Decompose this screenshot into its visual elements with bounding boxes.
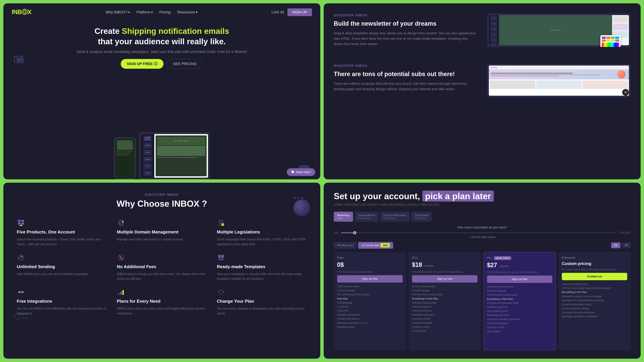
discover-label-2: DISCOVER INBOX: [334, 64, 477, 68]
feature-no-fees: $ No Additional Fees INBOX doesn't charg…: [117, 253, 207, 281]
plan-type-tabs: Marketing Inbox Transactional INBOXNotif…: [334, 212, 630, 222]
svg-rect-28: [218, 259, 224, 260]
green-monster-deco: 👾: [622, 89, 629, 96]
pro-feature-8: High sending speed: [487, 310, 552, 313]
hero-subtitle: Send & analyze email marketing campaigns…: [77, 50, 247, 54]
pro-feature-3: 24/7 live chat & email support: [487, 293, 552, 296]
feature-change-plan: Change Your Plan You can easily upgrade …: [217, 288, 307, 316]
tab-transactional[interactable]: Transactional INBOXNotify: [355, 212, 378, 222]
plan-cta-enterprise[interactable]: Contact us: [562, 273, 628, 280]
slider-fill: [341, 232, 355, 233]
phone-mockup: Your Coffee is Ready We believe a cup of…: [114, 137, 136, 179]
enterprise-feature-10: Marketing automation consultation: [562, 315, 628, 318]
nav-pricing[interactable]: Pricing: [159, 10, 170, 14]
sidebar-heading-icon: HEADING: [144, 157, 152, 162]
feature-title-legislation: Multiple Legislations: [217, 229, 307, 235]
feature-title-change: Change Your Plan: [217, 299, 307, 304]
plus-feature-9: Marketing automation: [412, 313, 478, 316]
editor-preview-image: COL BTN DIV H T IMG Email Canvas: [487, 13, 630, 47]
feature-five-products: Five Products, One Account Unlock five e…: [17, 219, 107, 247]
plan-cta-free[interactable]: Sign up free: [337, 275, 403, 283]
sidebar-columns-icon: COLUMNS: [144, 136, 152, 141]
plan-card-enterprise: Enterprise Custom pricing For large orga…: [558, 252, 631, 350]
language-toggle: EN TR: [611, 243, 630, 248]
svg-rect-26: [218, 255, 221, 258]
panel-why-choose: ✦ ✦ ✦ DISCOVER INBOX Why Choose INBOX ? …: [3, 183, 320, 359]
tab-verification[interactable]: E-mail Verification INBOXVerify: [380, 212, 410, 222]
enterprise-feature-7: Custom landing page design: [562, 303, 628, 306]
slider-thumb[interactable]: [353, 231, 356, 234]
signup-button[interactable]: SIGN UP: [288, 8, 312, 16]
pro-feature-1: Unlimited monthly emails: [487, 285, 552, 288]
feature-title-fees: No Additional Fees: [117, 264, 207, 269]
slider-max: 1,000,000: [619, 231, 630, 234]
plus-feature-10: Automatic resend: [412, 317, 478, 320]
plus-feature-2: 5 brand manager: [412, 289, 478, 292]
nav-platform[interactable]: Platform: [136, 10, 152, 14]
svg-rect-34: [122, 290, 124, 295]
feature-desc-domain: Manage more than one brand in a single a…: [117, 237, 207, 242]
plus-features: 30,000 monthly emails 5 brand manager 24…: [412, 285, 478, 333]
plan-cta-plus[interactable]: Sign up free: [412, 275, 478, 283]
feature-desc-fees: INBOX doesn't charge you with extra cost…: [117, 272, 207, 281]
lang-tr-button[interactable]: TR: [622, 243, 630, 248]
signup-free-button[interactable]: SIGN UP FREE ⓘ: [121, 59, 164, 69]
monthly-plan-button[interactable]: Monthly plan: [334, 242, 356, 249]
plan-card-pro: Pro MOST USED $27 / month 323,8 billed y…: [484, 252, 556, 350]
discover-label-1: DISCOVER INBOX: [334, 13, 477, 17]
yearly-plan-button[interactable]: 12 month plan -30%: [358, 242, 393, 249]
enterprise-feature-9: Campaign execution assistance: [562, 311, 628, 314]
change-plan-icon: [217, 288, 225, 296]
domain-icon: [117, 219, 125, 227]
why-title: Why Choose INBOX ?: [17, 199, 307, 209]
feature-templates: Ready-made Templates Start your campaign…: [217, 253, 307, 281]
discover-subs-title: There are tons of potential subs out the…: [334, 70, 477, 78]
website-preview-image: your logo: [487, 64, 630, 97]
plus-feature-7: Unlimited segment: [412, 305, 478, 308]
pro-feature-10: Advanced marketing automation: [487, 318, 552, 321]
pro-feature-2: 10 brand manager: [487, 289, 552, 292]
feature-domain: Multiple Domain Management Manage more t…: [117, 219, 207, 247]
nav-why[interactable]: Why INBOX?: [106, 10, 130, 14]
feature-desc-change: You can easily upgrade or downgrade your…: [217, 306, 307, 316]
discover-newsletter-text: DISCOVER INBOX Build the newsletter of y…: [334, 13, 477, 46]
color-picker: [600, 35, 620, 47]
feature-title-five: Five Products, One Account: [17, 229, 107, 235]
login-button[interactable]: LOG IN: [272, 10, 284, 14]
hero-section: Create Shipping notification emails that…: [3, 21, 320, 179]
free-feature-7: 1 segment: [337, 305, 403, 308]
plan-cta-pro[interactable]: Sign up free: [487, 276, 552, 283]
plan-price-free: 0$: [337, 261, 403, 268]
discover-newsletter-title: Build the newsletter of your dreams: [334, 20, 477, 27]
svg-rect-1: [17, 58, 24, 63]
svg-marker-4: [14, 313, 27, 320]
discover-newsletter-desc: Drag & drop newsletter design tool, allo…: [334, 30, 477, 46]
free-feature-5: Free Plan: [337, 297, 403, 300]
arrow-decoration: [14, 313, 27, 325]
feature-desc-unlimited: With INBOX plans you can send unlimited …: [17, 272, 107, 277]
lang-en-button[interactable]: EN: [611, 243, 620, 248]
svg-rect-5: [18, 220, 21, 222]
feature-title-domain: Multiple Domain Management: [117, 229, 207, 235]
plan-desc-pro: 323,8 billed yearly for up to 4,500 subs…: [487, 270, 552, 274]
integrations-icon: [17, 288, 25, 296]
nav-links: Why INBOX? Platform Pricing Resources: [106, 10, 197, 14]
pro-feature-12: Dynamic e-mails: [487, 326, 552, 329]
discover-subs-desc: There are millions of people that will l…: [334, 81, 477, 92]
help-button[interactable]: 💬 Need help?: [287, 168, 315, 176]
svg-text:✓: ✓: [222, 224, 224, 226]
enterprise-feature-2: 24/7 live chat & email support & phone s…: [562, 287, 628, 290]
pro-feature-5: Everything in Plus Plan: [487, 298, 552, 301]
free-feature-6: 1 landing page: [337, 301, 403, 304]
account-title: Set up your account, pick a plan later: [334, 191, 630, 201]
nav-resources[interactable]: Resources: [177, 10, 197, 14]
see-pricing-button[interactable]: SEE PRICING: [167, 59, 203, 69]
website-hero-image: [489, 69, 629, 79]
tab-cold-email[interactable]: Cold Email INBOXCold: [411, 212, 432, 222]
tab-marketing[interactable]: Marketing Inbox: [334, 212, 353, 222]
slider-label: How many subscribers do you have?: [334, 226, 630, 229]
enterprise-feature-6: Dedicated IPs & deliverability monitorin…: [562, 299, 628, 302]
website-header: your logo: [489, 65, 629, 69]
unlimited-sending-icon: [17, 253, 25, 262]
slider-min: 500: [334, 231, 338, 234]
